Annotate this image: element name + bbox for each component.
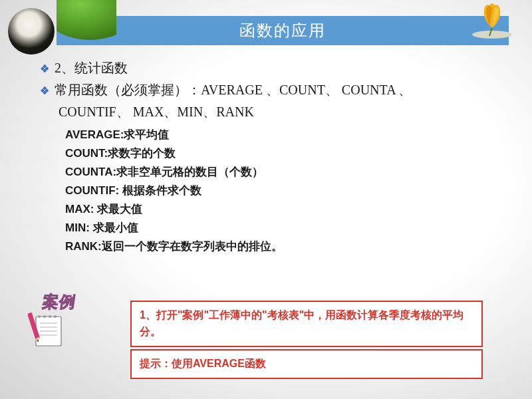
bullet-2-continuation: COUNTIF、 MAX、MIN、RANK xyxy=(59,102,499,122)
svg-point-7 xyxy=(43,315,46,318)
pencil-notepad-icon xyxy=(28,307,68,347)
bullet-1-text: 2、统计函数 xyxy=(55,59,128,78)
bullet-1: ❖ 2、统计函数 xyxy=(40,59,499,78)
diamond-bullet-icon: ❖ xyxy=(40,61,49,76)
def-average: AVERAGE:求平均值 xyxy=(65,126,499,144)
def-countif: COUNTIF: 根据条件求个数 xyxy=(65,182,499,200)
def-min: MIN: 求最小值 xyxy=(65,219,499,237)
diamond-bullet-icon: ❖ xyxy=(40,83,49,98)
def-rank: RANK:返回一个数字在数字列表中的排位。 xyxy=(65,237,499,256)
bullet-2-line1: 常用函数（必须掌握）：AVERAGE 、COUNT、 COUNTA 、 xyxy=(55,80,412,100)
svg-point-9 xyxy=(54,315,57,318)
bullet-2: ❖ 常用函数（必须掌握）：AVERAGE 、COUNT、 COUNTA 、 xyxy=(40,80,499,100)
slide-title: 函数的应用 xyxy=(57,16,509,45)
slide-content: ❖ 2、统计函数 ❖ 常用函数（必须掌握）：AVERAGE 、COUNT、 CO… xyxy=(40,59,499,256)
svg-point-6 xyxy=(38,315,41,318)
def-max: MAX: 求最大值 xyxy=(65,200,499,219)
tulip-decoration xyxy=(471,0,513,39)
leaf-decoration xyxy=(57,0,116,40)
hint-box: 提示：使用AVERAGE函数 xyxy=(130,349,483,379)
svg-point-0 xyxy=(472,31,512,39)
function-definitions: AVERAGE:求平均值 COUNT:求数字的个数 COUNTA:求非空单元格的… xyxy=(65,126,499,256)
svg-point-8 xyxy=(49,315,51,318)
def-counta: COUNTA:求非空单元格的数目（个数） xyxy=(65,163,499,182)
case-instruction-box: 1、打开"案例"工作薄中的"考核表"中，用函数计算各季度考核的平均分。 xyxy=(130,301,483,347)
def-count: COUNT:求数字的个数 xyxy=(65,144,499,163)
dandelion-decoration xyxy=(8,8,55,55)
